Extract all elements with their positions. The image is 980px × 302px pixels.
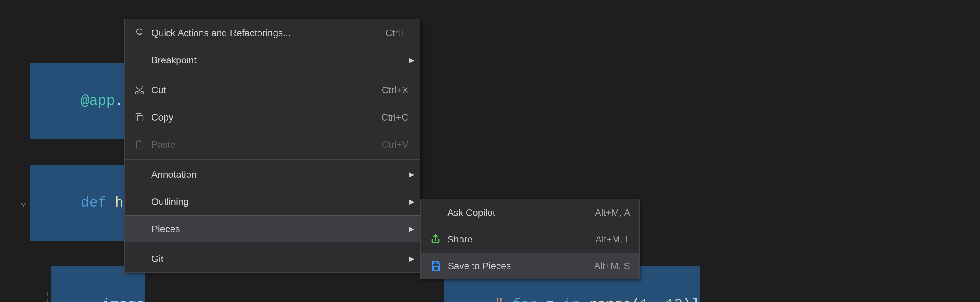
svg-point-1 (135, 92, 138, 94)
menu-label: Pieces (149, 224, 405, 235)
menu-label: Ask Copilot (444, 207, 595, 218)
menu-label: Cut (148, 85, 382, 95)
copy-icon (130, 112, 148, 122)
token: " (495, 297, 504, 302)
fold-chevron-icon[interactable]: ⌄ (20, 190, 27, 216)
share-icon (426, 233, 444, 245)
token: . (115, 93, 124, 109)
menu-shortcut: Ctrl+. (385, 27, 414, 38)
token: ( (632, 297, 640, 302)
menu-label: Paste (148, 139, 382, 150)
menu-shortcut: Alt+M, A (595, 207, 633, 218)
menu-label: Annotation (148, 169, 405, 180)
token: app (89, 93, 115, 109)
token: for (512, 297, 538, 302)
menu-pieces[interactable]: Pieces ▶ (125, 215, 420, 243)
context-menu: Quick Actions and Refactorings... Ctrl+.… (124, 19, 420, 273)
svg-rect-3 (138, 116, 143, 121)
token: ] (691, 297, 700, 302)
menu-shortcut: Alt+M, S (594, 261, 633, 272)
submenu-share[interactable]: Share Alt+M, L (421, 226, 639, 253)
token: def (81, 195, 106, 211)
token: range (589, 297, 632, 302)
menu-shortcut: Ctrl+V (382, 139, 414, 150)
menu-separator (125, 75, 420, 75)
svg-point-2 (141, 92, 143, 94)
submenu-arrow-icon: ▶ (405, 170, 414, 178)
token: 1 (640, 297, 648, 302)
token: , (648, 297, 657, 302)
pieces-submenu: Ask Copilot Alt+M, A Share Alt+M, L Save… (420, 199, 640, 280)
decorator-at: @ (81, 93, 89, 109)
submenu-arrow-icon: ▶ (405, 197, 414, 206)
code-line[interactable]: image " for n in range(1, 13)] (0, 292, 980, 302)
svg-rect-7 (433, 267, 439, 270)
paste-icon (130, 139, 148, 150)
token: ) (682, 297, 691, 302)
token: in (563, 297, 580, 302)
menu-shortcut: Alt+M, L (595, 234, 633, 245)
menu-shortcut: Ctrl+C (381, 112, 414, 123)
menu-annotation[interactable]: Annotation ▶ (125, 161, 420, 188)
token: image (102, 297, 145, 302)
menu-quick-actions[interactable]: Quick Actions and Refactorings... Ctrl+. (125, 19, 420, 46)
menu-cut[interactable]: Cut Ctrl+X (125, 76, 420, 103)
menu-shortcut: Ctrl+X (382, 85, 414, 95)
menu-git[interactable]: Git ▶ (125, 245, 420, 272)
menu-copy[interactable]: Copy Ctrl+C (125, 103, 420, 131)
svg-rect-6 (434, 261, 438, 264)
svg-point-0 (137, 29, 142, 34)
menu-label: Git (148, 253, 405, 264)
submenu-arrow-icon: ▶ (405, 254, 414, 263)
token: n (546, 297, 555, 302)
cut-icon (130, 85, 148, 95)
menu-label: Save to Pieces (445, 261, 594, 272)
menu-label: Quick Actions and Refactorings... (148, 27, 385, 38)
menu-label: Copy (148, 112, 381, 123)
token: 13 (666, 297, 683, 302)
submenu-ask-copilot[interactable]: Ask Copilot Alt+M, A (421, 199, 639, 226)
menu-label: Share (444, 234, 595, 245)
menu-separator (125, 159, 420, 160)
submenu-arrow-icon: ▶ (405, 225, 414, 233)
menu-label: Outlining (148, 196, 405, 207)
submenu-save-to-pieces[interactable]: Save to Pieces Alt+M, S (421, 253, 639, 279)
menu-outlining[interactable]: Outlining ▶ (125, 188, 420, 215)
lightbulb-icon (130, 27, 148, 38)
save-icon (427, 260, 445, 272)
menu-paste: Paste Ctrl+V (125, 131, 420, 158)
submenu-arrow-icon: ▶ (405, 56, 414, 64)
menu-label: Breakpoint (148, 55, 405, 66)
menu-breakpoint[interactable]: Breakpoint ▶ (125, 46, 420, 74)
